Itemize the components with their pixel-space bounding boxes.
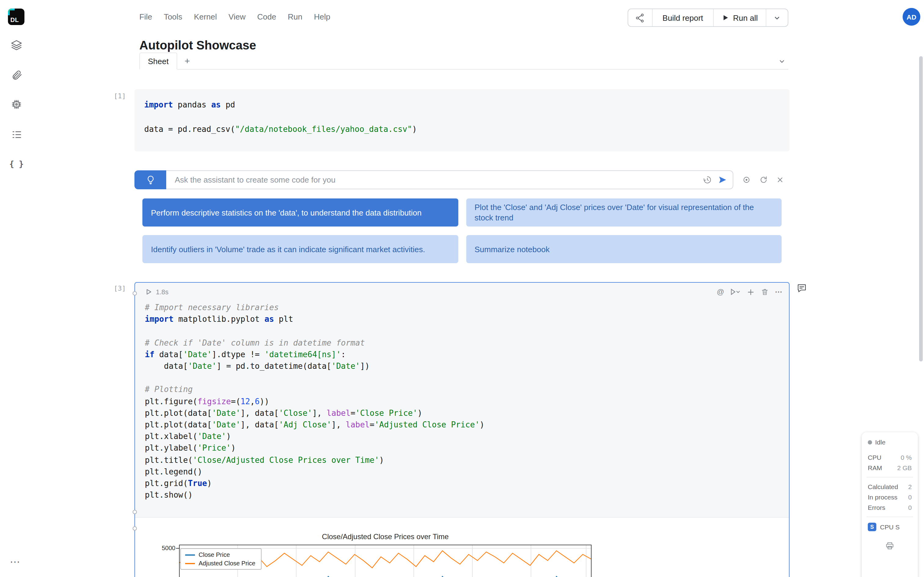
page-scrollbar[interactable] <box>919 56 923 361</box>
machine-size-badge: S <box>868 523 876 531</box>
plot-legend: Close Price Adjusted Close Price <box>180 549 262 570</box>
cell1-gutter-label: [1] <box>104 92 126 100</box>
mention-icon[interactable]: @ <box>717 288 724 296</box>
status-dot-icon <box>868 440 872 444</box>
page-title: Autopilot Showcase <box>139 39 256 53</box>
datalore-notebook-page: DL { } ⋯ File Tools Kernel View Code Run… <box>0 0 924 577</box>
menu-file[interactable]: File <box>139 12 152 21</box>
assistant-prompt-input[interactable] <box>174 175 697 185</box>
in-process-counter: In process0 <box>868 493 912 501</box>
tab-sheet[interactable]: Sheet <box>139 53 177 69</box>
menu-bar: File Tools Kernel View Code Run Help <box>139 12 330 21</box>
suggestion-descriptive-stats[interactable]: Perform descriptive statistics on the 'd… <box>142 198 458 227</box>
add-sheet-button[interactable]: + <box>184 56 190 66</box>
left-sidebar: DL { } ⋯ <box>0 0 33 577</box>
datalore-logo-icon[interactable]: DL <box>8 8 24 25</box>
add-cell-icon[interactable] <box>747 288 755 296</box>
legend-label: Adjusted Close Price <box>199 560 255 567</box>
cell-run-options-icon[interactable] <box>730 288 741 295</box>
legend-swatch-close <box>185 554 195 556</box>
refresh-icon[interactable] <box>759 175 768 184</box>
toolbar: Build report Run all <box>628 8 788 27</box>
cell-handle[interactable] <box>132 510 137 514</box>
environment-icon[interactable] <box>10 98 23 111</box>
sheet-tabbar: Sheet + <box>139 52 788 69</box>
ai-assistant-bar <box>134 170 790 189</box>
cell-more-icon[interactable]: ⋯ <box>775 288 783 296</box>
target-icon[interactable] <box>742 175 751 184</box>
sidebar-more-icon[interactable]: ⋯ <box>10 556 21 569</box>
assistant-input-wrap <box>166 170 733 189</box>
kernel-state: Idle <box>868 438 912 446</box>
variables-icon[interactable]: { } <box>10 157 23 170</box>
cell-comment-icon[interactable] <box>797 283 807 295</box>
machine-selector[interactable]: S CPU S <box>868 523 912 531</box>
legend-swatch-adj-close <box>185 563 195 564</box>
attachments-icon[interactable] <box>10 68 23 81</box>
menu-run[interactable]: Run <box>288 12 302 21</box>
menu-help[interactable]: Help <box>314 12 331 21</box>
chevron-down-icon <box>773 14 781 22</box>
menu-kernel[interactable]: Kernel <box>194 12 217 21</box>
cell3-output: Close/Adjusted Close Prices over Time 50… <box>135 517 789 577</box>
run-all-label: Run all <box>733 13 758 22</box>
cell-runtime: 1.8s <box>156 288 169 295</box>
run-all-button[interactable]: Run all <box>714 9 766 26</box>
cell3-code-editor[interactable]: # Import necessary librariesimport matpl… <box>135 301 789 501</box>
delete-cell-icon[interactable] <box>761 288 769 296</box>
outline-icon[interactable] <box>10 127 23 141</box>
cell-handle[interactable] <box>132 291 137 295</box>
assistant-suggestions: Perform descriptive statistics on the 'd… <box>134 198 790 263</box>
code-cell-3[interactable]: 1.8s @ ⋯ # Import necessary librariesimp… <box>134 282 790 577</box>
cpu-metric: CPU0 % <box>868 454 912 461</box>
run-options-chevron[interactable] <box>766 9 788 26</box>
kernel-status-panel: Idle CPU0 % RAM2 GB Calculated2 In proce… <box>862 432 918 577</box>
errors-counter: Errors0 <box>868 504 912 511</box>
menu-code[interactable]: Code <box>257 12 276 21</box>
code-cell-1[interactable]: import pandas as pd data = pd.read_csv("… <box>134 89 790 152</box>
share-button[interactable] <box>628 9 652 26</box>
play-icon <box>721 14 729 21</box>
notebooks-icon[interactable] <box>10 39 23 52</box>
suggestion-summarize-notebook[interactable]: Summarize notebook <box>466 235 782 263</box>
calculated-counter: Calculated2 <box>868 483 912 490</box>
suggestion-plot-prices[interactable]: Plot the 'Close' and 'Adj Close' prices … <box>466 198 782 227</box>
suggestion-identify-outliers[interactable]: Identify outliers in 'Volume' trade as i… <box>142 235 458 263</box>
printer-icon[interactable] <box>868 541 912 551</box>
ram-metric: RAM2 GB <box>868 464 912 471</box>
menu-tools[interactable]: Tools <box>164 12 183 21</box>
build-report-button[interactable]: Build report <box>653 9 713 26</box>
send-prompt-icon[interactable] <box>718 175 727 184</box>
user-avatar[interactable]: AD <box>903 8 920 26</box>
lightbulb-icon <box>145 175 155 185</box>
cell-handle[interactable] <box>132 526 137 530</box>
panel-divider <box>867 477 913 477</box>
plot-area: 5000 Close Price Adjusted Close Price <box>179 545 591 577</box>
run-cell-icon[interactable] <box>145 288 152 295</box>
assistant-bulb-button[interactable] <box>134 170 166 189</box>
legend-label: Close Price <box>199 552 230 558</box>
prompt-history-icon[interactable] <box>703 175 712 184</box>
cell3-gutter-label: [3] <box>104 285 126 292</box>
cell1-code-editor[interactable]: import pandas as pd data = pd.read_csv("… <box>134 89 790 135</box>
menu-view[interactable]: View <box>229 12 246 21</box>
panel-divider <box>867 517 913 517</box>
close-assistant-icon[interactable] <box>776 176 784 184</box>
plot-ytick-label: 5000 <box>155 545 175 552</box>
tabbar-chevron-icon[interactable] <box>778 57 786 68</box>
plot-title: Close/Adjusted Close Prices over Time <box>179 533 591 541</box>
